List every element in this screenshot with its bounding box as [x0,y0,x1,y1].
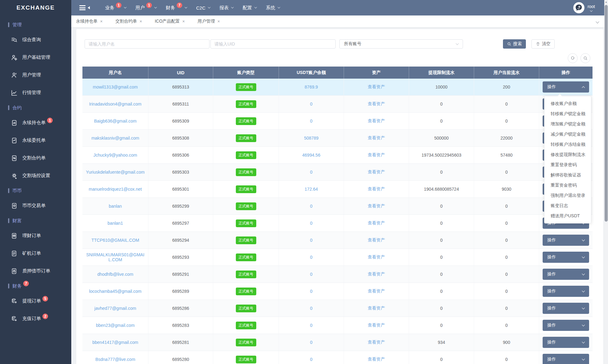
sidebar-collapse-button[interactable] [79,4,90,11]
action-menu-item[interactable]: 减少账户锁定金额 [544,129,591,139]
view-assets-link[interactable]: 查看资产 [368,118,385,124]
action-menu-item[interactable]: 账变日志 [544,201,591,211]
username-link[interactable]: javhed77@gmail.com [95,306,136,311]
sidebar-item[interactable]: 充值订单 2 [0,310,71,327]
action-button[interactable]: 操作 [543,252,589,263]
uid-search-input[interactable] [210,39,336,49]
usdt-balance-link[interactable]: 46994.56 [302,153,320,158]
sidebar-item[interactable]: 用户基础管理 [0,49,71,66]
username-link[interactable]: locochamba45@gmail.com [89,289,141,294]
topnav-item[interactable]: 配置 [243,5,257,11]
usdt-balance-link[interactable]: 0 [310,102,313,106]
action-button[interactable]: 操作 [543,320,589,331]
tab-close-icon[interactable]: × [139,19,142,24]
account-type-select[interactable]: 所有账号 [339,39,463,49]
view-assets-link[interactable]: 查看资产 [368,288,385,294]
action-button[interactable]: 操作 [543,269,589,280]
sidebar-item[interactable]: 矿机订单 [0,245,71,262]
tab[interactable]: ICO产品配置 × [155,19,185,24]
username-link[interactable]: banlan [109,204,122,209]
username-link[interactable]: banlan1 [108,221,123,226]
view-assets-link[interactable]: 查看资产 [368,101,385,107]
usdt-balance-link[interactable]: 0 [310,255,313,260]
username-link[interactable]: mowil1313@gmail.com [93,84,138,89]
username-link[interactable]: dhodhfb@live.com [97,272,133,277]
action-button[interactable]: 操作 [543,354,589,364]
action-menu-item[interactable]: 转移账户锁定金额 [544,109,591,119]
username-link[interactable]: maksklasniv@gmail.com [91,136,139,141]
view-assets-link[interactable]: 查看资产 [368,340,385,345]
view-assets-link[interactable]: 查看资产 [368,220,385,226]
scrollbar-thumb[interactable] [605,5,608,222]
action-menu-item[interactable]: 修改账户余额 [544,98,591,109]
usdt-balance-link[interactable]: 0 [310,119,313,124]
username-link[interactable]: Irinadavidson4@gmail.com [89,102,141,106]
user-menu[interactable]: root [573,2,595,13]
sidebar-item[interactable]: 永续持仓单 1 [0,114,71,132]
usdt-balance-link[interactable]: 172.64 [305,187,318,192]
sidebar-item[interactable]: 提现订单 5 [0,292,71,310]
username-link[interactable]: SNIRMALKUMARS01@GMAIL.COM [86,252,145,262]
username-link[interactable]: Yuriuskdelafuente@gmail.com [86,170,144,175]
refresh-button[interactable] [568,53,578,63]
topnav-item[interactable]: 报表 [219,5,233,11]
username-link[interactable]: Bsdna777@live.com [95,357,135,362]
sidebar-item[interactable]: 质押借币订单 [0,262,71,280]
username-link[interactable]: bben23@gmail.com [96,323,135,328]
usdt-balance-link[interactable]: 0 [310,340,313,345]
view-assets-link[interactable]: 查看资产 [368,84,385,90]
username-search-input[interactable] [85,39,209,49]
view-assets-link[interactable]: 查看资产 [368,323,385,328]
username-link[interactable]: Jchucky9@yahoo.com [93,153,137,158]
action-menu-item[interactable]: 重置资金密码 [544,180,591,190]
sidebar-item[interactable]: 行情管理 [0,84,71,102]
scrollbar-up-arrow[interactable]: ▲ [604,1,608,3]
tab-close-icon[interactable]: × [100,19,103,24]
sidebar-item[interactable]: 交割场控设置 [0,167,71,184]
view-assets-link[interactable]: 查看资产 [368,135,385,141]
topnav-item[interactable]: 财务 7 [166,5,187,11]
view-assets-link[interactable]: 查看资产 [368,271,385,277]
action-menu-item[interactable]: 强制用户退出登录 [544,190,591,201]
action-menu-item[interactable]: 转移账户冻结金额 [544,139,591,150]
topnav-item[interactable]: 系统 [266,5,280,11]
usdt-balance-link[interactable]: 508789 [304,136,319,141]
action-button[interactable]: 操作 [543,286,589,297]
usdt-balance-link[interactable]: 0 [310,357,313,362]
view-assets-link[interactable]: 查看资产 [368,254,385,260]
sidebar-item[interactable]: 币币交易单 [0,197,71,214]
tab[interactable]: 交割合约单 × [115,19,142,24]
usdt-balance-link[interactable]: 0 [310,272,313,277]
action-menu-item[interactable]: 解绑谷歌验证器 [544,170,591,180]
view-assets-link[interactable]: 查看资产 [368,306,385,311]
view-assets-link[interactable]: 查看资产 [368,186,385,192]
view-assets-link[interactable]: 查看资产 [368,169,385,175]
tab[interactable]: 永续持仓单 × [76,19,103,24]
topnav-item[interactable]: 用户 1 [135,5,156,11]
view-assets-link[interactable]: 查看资产 [368,357,385,362]
sidebar-item[interactable]: 交割合约单 [0,149,71,167]
clear-button[interactable]: 清空 [531,39,555,49]
topnav-item[interactable]: 业务 1 [105,5,126,11]
usdt-balance-link[interactable]: 0 [310,221,313,226]
username-link[interactable]: bben41417@gmail.com [92,340,138,345]
action-menu-item[interactable]: 修改提现限制流水 [544,150,591,160]
usdt-balance-link[interactable]: 0 [310,204,313,209]
username-link[interactable]: TTCP610@GMAIL.COM [91,238,139,243]
tab-close-icon[interactable]: × [182,19,185,24]
action-menu-item[interactable]: 增加账户锁定金额 [544,119,591,129]
username-link[interactable]: Baigb636@gmail.com [94,119,136,124]
usdt-balance-link[interactable]: 0 [310,238,313,243]
usdt-balance-link[interactable]: 0 [310,170,313,175]
tab[interactable]: 用户管理 × [197,19,220,24]
topnav-item[interactable]: C2C [196,5,210,11]
action-button[interactable]: 操作 [543,337,589,348]
usdt-balance-link[interactable]: 0 [310,289,313,294]
username-link[interactable]: manuelrodriquez1@cox.net [89,187,142,192]
sidebar-item[interactable]: 用户管理 [0,66,71,84]
action-button[interactable]: 操作 [543,81,589,93]
sidebar-item[interactable]: 理财订单 [0,227,71,245]
view-assets-link[interactable]: 查看资产 [368,237,385,243]
usdt-balance-link[interactable]: 8769.9 [305,84,318,89]
sidebar-item[interactable]: 永续委托单 [0,132,71,149]
